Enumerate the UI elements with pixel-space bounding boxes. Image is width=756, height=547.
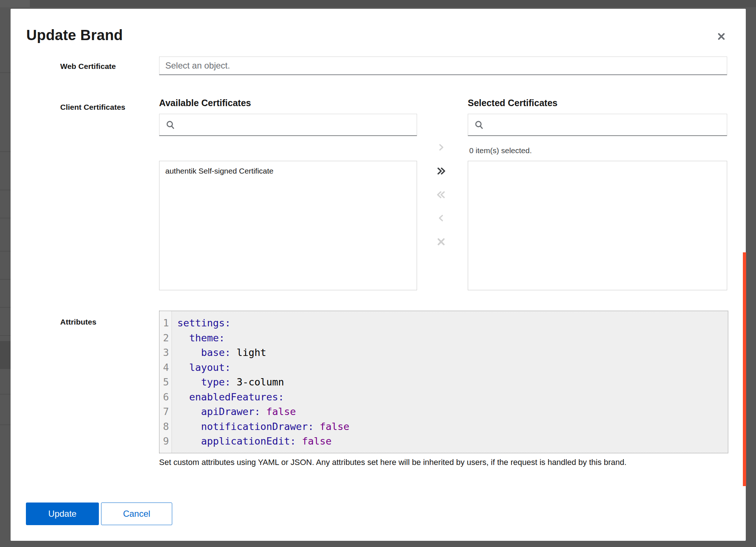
search-icon bbox=[474, 120, 484, 130]
web-certificate-select[interactable] bbox=[159, 57, 727, 75]
backdrop-row-line bbox=[0, 218, 11, 218]
code-content: settings: theme: base: light layout: typ… bbox=[172, 311, 728, 453]
modal-title: Update Brand bbox=[26, 27, 123, 43]
available-certificates-list: authentik Self-signed Certificate bbox=[159, 161, 417, 290]
code-line-number: 9 bbox=[159, 434, 169, 449]
code-line-number: 4 bbox=[159, 360, 169, 375]
move-all-right-button[interactable] bbox=[433, 163, 449, 179]
client-certificates-label: Client Certificates bbox=[60, 103, 126, 112]
code-line-number: 6 bbox=[159, 390, 169, 405]
backdrop-row-line bbox=[0, 72, 11, 73]
move-selected-left-button[interactable] bbox=[433, 210, 449, 226]
update-brand-modal: Update Brand Web Certificate Client Cert… bbox=[11, 9, 746, 541]
code-line: layout: bbox=[177, 360, 728, 375]
selected-certificates-heading: Selected Certificates bbox=[468, 98, 558, 108]
code-line: theme: bbox=[177, 331, 728, 346]
code-line-number: 2 bbox=[159, 331, 169, 346]
available-search[interactable] bbox=[159, 114, 417, 136]
move-all-left-button[interactable] bbox=[433, 187, 449, 203]
backdrop-row-line bbox=[0, 251, 11, 252]
backdrop-row-line bbox=[0, 190, 11, 190]
chevron-right-icon bbox=[436, 143, 446, 152]
backdrop-row-line bbox=[0, 394, 11, 395]
backdrop-row-line bbox=[0, 307, 11, 308]
selected-search-input[interactable] bbox=[468, 114, 727, 135]
chevron-left-icon bbox=[436, 213, 446, 223]
web-certificate-label: Web Certificate bbox=[60, 62, 116, 71]
close-button[interactable] bbox=[713, 28, 729, 44]
search-icon bbox=[165, 120, 176, 130]
code-line: notificationDrawer: false bbox=[177, 419, 728, 434]
backdrop-row-line bbox=[0, 335, 11, 336]
double-chevron-left-icon bbox=[436, 190, 446, 200]
move-selected-right-button[interactable] bbox=[433, 139, 449, 155]
backdrop-top-band bbox=[30, 0, 756, 7]
code-line-number: 8 bbox=[159, 419, 169, 434]
cancel-button[interactable]: Cancel bbox=[101, 503, 172, 525]
selected-count-status: 0 item(s) selected. bbox=[469, 146, 532, 155]
selected-certificates-list bbox=[468, 161, 727, 290]
selected-search[interactable] bbox=[468, 114, 727, 136]
available-certificates-heading: Available Certificates bbox=[159, 98, 251, 108]
screen: Update Brand Web Certificate Client Cert… bbox=[0, 0, 756, 547]
code-line-numbers: 123456789 bbox=[159, 311, 172, 453]
backdrop-selected-row bbox=[0, 341, 11, 369]
code-line: applicationEdit: false bbox=[177, 434, 728, 449]
code-line-number: 7 bbox=[159, 404, 169, 419]
close-icon bbox=[716, 31, 727, 42]
code-line: base: light bbox=[177, 345, 728, 360]
backdrop-row-line bbox=[0, 151, 11, 152]
code-line: settings: bbox=[177, 316, 728, 331]
available-search-input[interactable] bbox=[159, 114, 417, 135]
clear-selection-button[interactable] bbox=[433, 234, 449, 250]
code-line: enabledFeatures: bbox=[177, 390, 728, 405]
double-chevron-right-icon bbox=[436, 166, 446, 176]
code-line-number: 5 bbox=[159, 375, 169, 390]
web-certificate-input[interactable] bbox=[159, 57, 727, 74]
code-line: apiDrawer: false bbox=[177, 404, 728, 419]
times-icon bbox=[436, 236, 447, 247]
code-line-number: 3 bbox=[159, 345, 169, 360]
update-button[interactable]: Update bbox=[26, 503, 99, 525]
attributes-code-editor[interactable]: 123456789 settings: theme: base: light l… bbox=[159, 311, 728, 453]
list-item[interactable]: authentik Self-signed Certificate bbox=[159, 161, 417, 179]
attributes-label: Attributes bbox=[60, 318, 96, 326]
backdrop-row-line bbox=[0, 279, 11, 280]
backdrop-top-left-block bbox=[0, 0, 30, 7]
attributes-help-text: Set custom attributes using YAML or JSON… bbox=[159, 458, 728, 467]
code-line: type: 3-column bbox=[177, 375, 728, 390]
accent-scroll-bar bbox=[743, 252, 746, 486]
backdrop-row-line bbox=[0, 424, 11, 425]
code-line-number: 1 bbox=[159, 316, 169, 331]
